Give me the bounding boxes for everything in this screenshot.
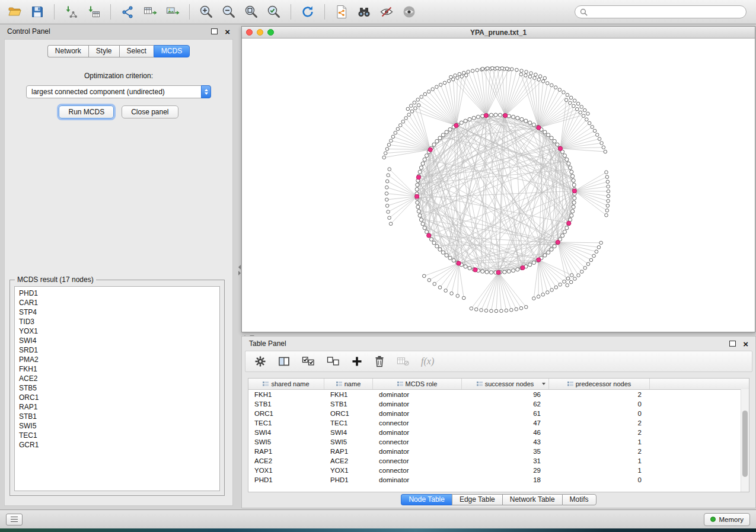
- network-mcds-node[interactable]: [567, 221, 571, 225]
- network-leaf-node[interactable]: [554, 86, 557, 89]
- network-leaf-node[interactable]: [428, 278, 431, 282]
- table-tab-motifs[interactable]: Motifs: [562, 494, 596, 505]
- network-leaf-node[interactable]: [439, 83, 442, 86]
- network-node[interactable]: [429, 238, 433, 241]
- mcds-result-item[interactable]: SWI4: [19, 336, 219, 345]
- network-leaf-node[interactable]: [572, 104, 576, 108]
- network-leaf-node[interactable]: [431, 88, 435, 91]
- network-leaf-node[interactable]: [529, 72, 533, 75]
- network-leaf-node[interactable]: [406, 107, 410, 111]
- network-leaf-node[interactable]: [607, 190, 610, 193]
- table-tab-node-table[interactable]: Node Table: [401, 494, 452, 505]
- network-node[interactable]: [418, 170, 422, 174]
- network-leaf-node[interactable]: [579, 111, 582, 114]
- network-leaf-node[interactable]: [382, 156, 386, 159]
- network-mcds-node[interactable]: [414, 194, 419, 198]
- network-leaf-node[interactable]: [595, 250, 598, 254]
- network-node[interactable]: [464, 265, 467, 268]
- network-leaf-node[interactable]: [519, 73, 523, 76]
- export-image-button[interactable]: [161, 2, 184, 22]
- network-leaf-node[interactable]: [538, 75, 542, 78]
- network-node[interactable]: [543, 254, 547, 257]
- network-node[interactable]: [435, 245, 439, 248]
- network-leaf-node[interactable]: [474, 307, 478, 311]
- network-node[interactable]: [415, 187, 419, 191]
- network-node[interactable]: [532, 123, 535, 126]
- network-leaf-node[interactable]: [471, 69, 474, 73]
- column-header-MCDS-role[interactable]: MCDS role: [373, 379, 462, 389]
- float-table-panel-icon[interactable]: [729, 341, 736, 347]
- table-row[interactable]: SWI5SWI5connector431: [248, 437, 749, 447]
- network-mcds-node[interactable]: [473, 268, 477, 272]
- network-leaf-node[interactable]: [533, 76, 537, 80]
- network-leaf-node[interactable]: [537, 295, 540, 299]
- network-leaf-node[interactable]: [414, 107, 417, 110]
- close-panel-button[interactable]: Close panel: [122, 105, 178, 118]
- network-leaf-node[interactable]: [606, 204, 610, 207]
- table-row[interactable]: FKH1FKH1dominator962: [248, 390, 749, 399]
- network-node[interactable]: [568, 166, 572, 169]
- network-node[interactable]: [563, 230, 566, 233]
- search-box[interactable]: [575, 5, 747, 18]
- network-leaf-node[interactable]: [562, 91, 566, 94]
- table-row[interactable]: ORC1ORC1dominator610: [248, 409, 749, 418]
- network-leaf-node[interactable]: [385, 204, 389, 207]
- open-session-button[interactable]: [4, 2, 26, 22]
- network-leaf-node[interactable]: [462, 71, 465, 75]
- float-panel-icon[interactable]: [211, 28, 218, 34]
- network-leaf-node[interactable]: [543, 76, 547, 80]
- export-table-button[interactable]: [139, 2, 161, 22]
- network-mcds-node[interactable]: [537, 126, 541, 130]
- mcds-result-item[interactable]: PMA2: [19, 355, 219, 364]
- import-table-button[interactable]: [82, 2, 105, 22]
- network-leaf-node[interactable]: [385, 186, 389, 190]
- network-node[interactable]: [520, 117, 524, 121]
- network-node[interactable]: [489, 113, 493, 117]
- network-leaf-node[interactable]: [423, 92, 427, 96]
- network-node[interactable]: [435, 139, 439, 143]
- network-leaf-node[interactable]: [520, 69, 524, 73]
- network-leaf-node[interactable]: [505, 309, 508, 312]
- network-leaf-node[interactable]: [450, 291, 454, 295]
- network-leaf-node[interactable]: [409, 104, 413, 108]
- network-node[interactable]: [565, 226, 569, 230]
- table-row[interactable]: YOX1YOX1connector291: [248, 466, 749, 475]
- network-leaf-node[interactable]: [537, 78, 541, 82]
- network-leaf-node[interactable]: [447, 79, 451, 83]
- network-node[interactable]: [432, 143, 436, 146]
- network-node[interactable]: [553, 139, 556, 143]
- network-node[interactable]: [511, 269, 515, 273]
- network-leaf-node[interactable]: [576, 102, 580, 105]
- network-node[interactable]: [516, 268, 519, 271]
- network-leaf-node[interactable]: [510, 308, 513, 312]
- network-mcds-node[interactable]: [496, 270, 500, 274]
- network-leaf-node[interactable]: [592, 254, 596, 258]
- network-leaf-node[interactable]: [385, 192, 388, 196]
- network-node[interactable]: [561, 234, 564, 238]
- function-builder-button[interactable]: f(x): [421, 356, 434, 367]
- table-tab-network-table[interactable]: Network Table: [502, 494, 562, 505]
- network-node[interactable]: [571, 209, 575, 213]
- network-leaf-node[interactable]: [607, 199, 610, 203]
- network-leaf-node[interactable]: [605, 175, 609, 179]
- network-leaf-node[interactable]: [566, 277, 570, 280]
- mcds-result-item[interactable]: ORC1: [19, 393, 219, 402]
- network-node[interactable]: [528, 263, 532, 267]
- network-leaf-node[interactable]: [566, 284, 569, 287]
- network-mcds-node[interactable]: [454, 123, 458, 127]
- network-node[interactable]: [489, 271, 493, 274]
- network-node[interactable]: [421, 162, 425, 165]
- network-node[interactable]: [417, 209, 420, 213]
- network-node[interactable]: [572, 179, 575, 182]
- network-leaf-node[interactable]: [401, 120, 405, 123]
- scrollbar-thumb[interactable]: [742, 411, 748, 477]
- network-node[interactable]: [563, 154, 566, 158]
- table-row[interactable]: ACE2ACE2connector311: [248, 456, 749, 466]
- network-leaf-node[interactable]: [481, 67, 484, 70]
- export-network-button[interactable]: [116, 2, 139, 22]
- network-leaf-node[interactable]: [387, 210, 390, 214]
- network-mcds-node[interactable]: [558, 146, 562, 150]
- network-node[interactable]: [543, 130, 547, 134]
- network-leaf-node[interactable]: [515, 307, 518, 311]
- network-leaf-node[interactable]: [569, 96, 573, 100]
